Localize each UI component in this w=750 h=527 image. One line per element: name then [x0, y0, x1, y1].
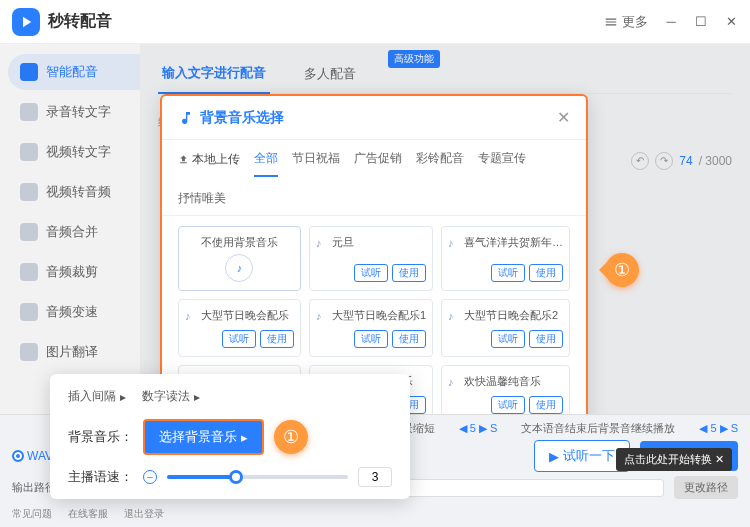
try-button[interactable]: 试听: [354, 330, 388, 348]
modal-tab-upload[interactable]: 本地上传: [178, 150, 240, 176]
change-path-button[interactable]: 更改路径: [674, 476, 738, 499]
modal-tab-ads[interactable]: 广告促销: [354, 150, 402, 176]
speed-label: 主播语速：: [68, 468, 133, 486]
app-title: 秒转配音: [48, 11, 112, 32]
after-text-label: 文本语音结束后背景音继续播放: [521, 421, 675, 436]
music-note-icon: ♪: [448, 376, 460, 388]
music-card: ♪大型节日晚会配乐 试听使用: [178, 299, 301, 357]
try-button[interactable]: 试听: [491, 396, 525, 414]
wav-option[interactable]: WAV: [12, 449, 53, 463]
try-button[interactable]: 试听: [491, 264, 525, 282]
use-button[interactable]: 使用: [260, 330, 294, 348]
music-note-icon: ♪: [448, 237, 460, 249]
music-note-icon: ♪: [316, 310, 328, 322]
music-card: ♪元旦 试听使用: [309, 226, 433, 291]
use-button[interactable]: 使用: [529, 264, 563, 282]
status-logout[interactable]: 退出登录: [124, 507, 164, 521]
modal-tab-topic[interactable]: 专题宣传: [478, 150, 526, 176]
speed-value: 3: [358, 467, 392, 487]
use-button[interactable]: 使用: [392, 264, 426, 282]
status-support[interactable]: 在线客服: [68, 507, 108, 521]
insert-gap-dropdown[interactable]: 插入间隔 ▸: [68, 388, 126, 405]
arrow-controls[interactable]: ◀ 5 ▶ S: [459, 422, 498, 435]
music-note-icon: [178, 110, 194, 126]
bgm-callout: 插入间隔 ▸ 数字读法 ▸ 背景音乐： 选择背景音乐 ▸ ① 主播语速： − 3: [50, 374, 410, 499]
modal-tab-ringtone[interactable]: 彩铃配音: [416, 150, 464, 176]
app-logo: [12, 8, 40, 36]
minimize-button[interactable]: ─: [664, 15, 678, 29]
annotation-badge-2: ①: [274, 420, 308, 454]
music-card-title: 不使用背景音乐: [201, 235, 278, 250]
music-note-icon: ♪: [316, 237, 328, 249]
music-card: ♪喜气洋洋共贺新年… 试听使用: [441, 226, 570, 291]
modal-title: 背景音乐选择: [178, 109, 284, 127]
digit-read-dropdown[interactable]: 数字读法 ▸: [142, 388, 200, 405]
use-button[interactable]: 使用: [529, 330, 563, 348]
annotation-badge-1: ①: [605, 253, 639, 287]
speed-slider[interactable]: [167, 475, 348, 479]
music-note-icon: ♪: [185, 310, 197, 322]
more-menu[interactable]: 更多: [604, 13, 648, 31]
music-card: ♪大型节日晚会配乐2 试听使用: [441, 299, 570, 357]
convert-tooltip: 点击此处开始转换 ✕: [616, 448, 732, 471]
music-card-none[interactable]: 不使用背景音乐 ♪: [178, 226, 301, 291]
slider-thumb[interactable]: [229, 470, 243, 484]
speed-minus-button[interactable]: −: [143, 470, 157, 484]
music-note-icon: ♪: [225, 254, 253, 282]
music-note-icon: ♪: [448, 310, 460, 322]
use-button[interactable]: 使用: [392, 330, 426, 348]
modal-tab-all[interactable]: 全部: [254, 150, 278, 177]
music-card: ♪大型节日晚会配乐1 试听使用: [309, 299, 433, 357]
try-button[interactable]: 试听: [491, 330, 525, 348]
use-button[interactable]: 使用: [529, 396, 563, 414]
modal-tab-festival[interactable]: 节日祝福: [292, 150, 340, 176]
try-button[interactable]: 试听: [222, 330, 256, 348]
upload-icon: [178, 154, 189, 165]
modal-tab-lyrical[interactable]: 抒情唯美: [178, 190, 226, 215]
status-faq[interactable]: 常见问题: [12, 507, 52, 521]
arrow-controls-2[interactable]: ◀ 5 ▶ S: [699, 422, 738, 435]
close-button[interactable]: ✕: [724, 15, 738, 29]
try-button[interactable]: 试听: [354, 264, 388, 282]
bgm-label: 背景音乐：: [68, 428, 133, 446]
modal-close-button[interactable]: ✕: [557, 108, 570, 127]
radio-checked-icon: [12, 450, 24, 462]
select-bgm-button[interactable]: 选择背景音乐 ▸: [143, 419, 264, 455]
maximize-button[interactable]: ☐: [694, 15, 708, 29]
